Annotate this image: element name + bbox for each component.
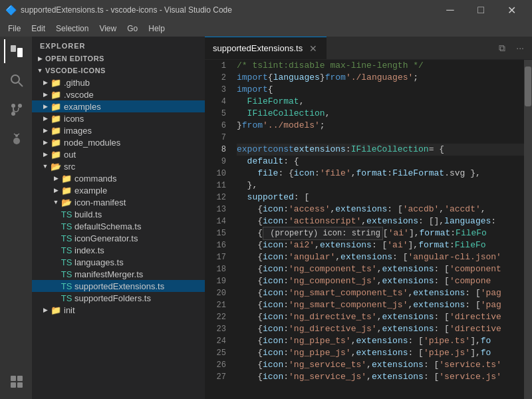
tree-item-manifestMerger[interactable]: TS manifestMerger.ts	[32, 268, 205, 280]
root-folder[interactable]: ▼ VSCODE-ICONS	[32, 65, 205, 76]
folder-icon: 📁	[51, 305, 61, 315]
code-line-7	[237, 132, 524, 144]
code-content[interactable]: /* tslint:disable max-line-length */ imp…	[231, 60, 524, 399]
tree-item-vscode[interactable]: ▶ 📁 .vscode	[32, 88, 205, 100]
root-arrow: ▼	[35, 65, 45, 76]
code-line-2: import { languages } from './languages';	[237, 72, 524, 84]
tree-item-out[interactable]: ▶ 📁 out	[32, 148, 205, 160]
code-line-11: },	[237, 180, 524, 192]
code-line-17: { icon: 'angular', extensions: ['angular…	[237, 251, 524, 263]
menu-view[interactable]: View	[94, 22, 122, 35]
code-line-18: { icon: 'ng_component_ts', extensions: […	[237, 263, 524, 275]
tree-item-icon-manifest[interactable]: ▼ 📂 icon-manifest	[32, 196, 205, 208]
maximize-button[interactable]: □	[466, 0, 496, 20]
tree-item-defaultSchema[interactable]: TS defaultSchema.ts	[32, 220, 205, 232]
tree-item-node_modules[interactable]: ▶ 📁 node_modules	[32, 136, 205, 148]
code-line-19: { icon: 'ng_component_js', extensions: […	[237, 275, 524, 287]
ts-file-icon: TS	[61, 233, 72, 243]
vertical-scrollbar[interactable]	[524, 60, 532, 399]
line-numbers: 1 2 3 4 5 6 7 8 9 10 11 12 13 14 15 16 1…	[205, 60, 231, 399]
svg-line-3	[19, 82, 23, 86]
svg-rect-0	[11, 45, 16, 52]
code-line-26: { icon: 'ng_service_ts', extensions: ['s…	[237, 359, 524, 371]
code-editor[interactable]: 1 2 3 4 5 6 7 8 9 10 11 12 13 14 15 16 1…	[205, 60, 532, 399]
code-line-3: import {	[237, 84, 524, 96]
folder-arrow: ▶	[51, 185, 61, 196]
menu-edit[interactable]: Edit	[26, 22, 51, 35]
tab-bar: supportedExtensions.ts ✕ ⧉ ···	[205, 37, 532, 60]
tab-filename: supportedExtensions.ts	[213, 43, 303, 53]
code-line-23: { icon: 'ng_directive_js', extensions: […	[237, 323, 524, 335]
tree-item-src[interactable]: ▼ 📂 src	[32, 160, 205, 172]
search-icon[interactable]	[4, 68, 28, 92]
folder-icon: 📁	[51, 101, 61, 112]
code-line-14: { icon: 'actionscript', extensions: [], …	[237, 215, 524, 227]
close-button[interactable]: ✕	[496, 0, 527, 20]
tree-item-languages[interactable]: TS languages.ts	[32, 256, 205, 268]
code-line-8: export const extensions: IFileCollection…	[237, 144, 524, 156]
sidebar: EXPLORER ▶ OPEN EDITORS ▼ VSCODE-ICONS ▶…	[32, 37, 205, 399]
tab-actions: ⧉ ···	[491, 37, 532, 59]
svg-rect-1	[17, 48, 23, 57]
svg-point-6	[18, 104, 22, 108]
folder-arrow: ▶	[40, 77, 51, 88]
ts-file-icon: TS	[61, 245, 72, 255]
tree-item-example[interactable]: ▶ 📁 example	[32, 184, 205, 196]
explorer-header: EXPLORER	[32, 37, 205, 53]
debug-icon[interactable]	[4, 127, 28, 151]
tree-item-github[interactable]: ▶ 📁 .github	[32, 76, 205, 88]
tree-item-build[interactable]: TS build.ts	[32, 208, 205, 220]
ts-file-icon: TS	[61, 221, 72, 231]
svg-point-9	[15, 134, 18, 137]
folder-arrow: ▼	[51, 197, 61, 207]
code-line-21: { icon: 'ng_smart_component_js', extensi…	[237, 299, 524, 311]
tree-item-images[interactable]: ▶ 📁 images	[32, 124, 205, 136]
more-actions-button[interactable]: ···	[513, 41, 527, 55]
svg-rect-11	[17, 376, 23, 381]
folder-arrow: ▶	[40, 305, 51, 315]
minimize-button[interactable]: ─	[435, 0, 466, 20]
split-editor-button[interactable]: ⧉	[496, 41, 508, 55]
code-line-1: /* tslint:disable max-line-length */	[237, 60, 524, 72]
folder-icon: 📁	[51, 137, 61, 148]
tree-item-init[interactable]: ▶ 📁 init	[32, 304, 205, 316]
menu-help[interactable]: Help	[143, 22, 170, 35]
tree-item-index[interactable]: TS index.ts	[32, 244, 205, 256]
folder-icon: 📁	[51, 125, 61, 136]
folder-arrow: ▶	[51, 173, 61, 184]
extensions-icon[interactable]	[4, 370, 28, 394]
active-tab[interactable]: supportedExtensions.ts ✕	[205, 37, 327, 59]
tree-item-supportedFolders[interactable]: TS supportedFolders.ts	[32, 292, 205, 304]
tree-item-icons[interactable]: ▶ 📁 icons	[32, 112, 205, 124]
open-editors-label: OPEN EDITORS	[45, 55, 104, 63]
menu-selection[interactable]: Selection	[51, 22, 94, 35]
folder-arrow: ▶	[40, 137, 51, 148]
ts-file-icon: TS	[61, 257, 72, 267]
tree-item-supportedExtensions[interactable]: TS supportedExtensions.ts	[32, 280, 205, 292]
open-editors-arrow: ▶	[35, 53, 45, 64]
app-icon: 🔷	[5, 5, 17, 15]
menu-file[interactable]: File	[3, 22, 26, 35]
menu-go[interactable]: Go	[122, 22, 143, 35]
code-line-24: { icon: 'ng_pipe_ts', extensions: ['pipe…	[237, 335, 524, 347]
folder-arrow: ▶	[40, 149, 51, 160]
root-label: VSCODE-ICONS	[45, 66, 106, 74]
svg-rect-13	[17, 382, 23, 388]
explorer-icon[interactable]	[4, 39, 28, 63]
code-line-13: { icon: 'access', extensions: ['accdb', …	[237, 203, 524, 215]
source-control-icon[interactable]	[4, 98, 28, 122]
open-editors-header[interactable]: ▶ OPEN EDITORS	[32, 53, 205, 65]
folder-icon: 📁	[61, 185, 72, 196]
tree-item-examples[interactable]: ▶ 📁 examples	[32, 100, 205, 112]
code-line-27: { icon: 'ng_service_js', extensions: ['s…	[237, 371, 524, 383]
folder-icon: 📁	[51, 77, 61, 88]
tab-close-button[interactable]: ✕	[308, 43, 319, 54]
tree-item-commands[interactable]: ▶ 📁 commands	[32, 172, 205, 184]
tree-item-iconGenerator[interactable]: TS iconGenerator.ts	[32, 232, 205, 244]
main-layout: EXPLORER ▶ OPEN EDITORS ▼ VSCODE-ICONS ▶…	[0, 37, 532, 399]
title-text: supportedExtensions.ts - vscode-icons - …	[21, 5, 431, 15]
code-line-6: } from '../models';	[237, 120, 524, 132]
folder-open-icon: 📂	[51, 161, 61, 172]
folder-icon: 📁	[51, 89, 61, 100]
svg-point-5	[11, 112, 15, 116]
